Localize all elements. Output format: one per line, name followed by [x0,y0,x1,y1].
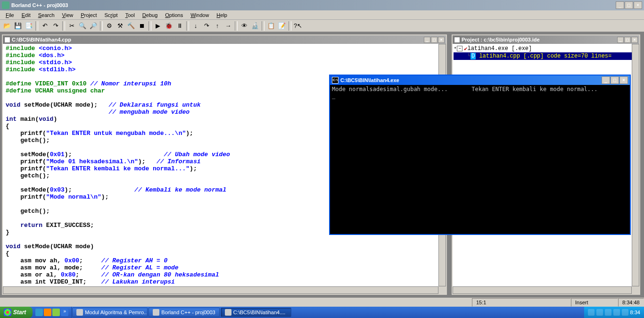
tray-icon-5[interactable] [622,309,628,316]
menu-search[interactable]: Search [34,11,58,19]
menu-view[interactable]: View [58,11,77,19]
watch-icon[interactable]: 👁 [239,21,249,31]
menu-window[interactable]: Window [187,11,213,19]
ql-chevron-icon[interactable]: » [61,309,68,316]
console-titlebar[interactable]: C:\ C:\BC5\BIN\latihan4.exe _ □ × [330,75,630,85]
message-icon[interactable]: 📝 [277,21,287,31]
saveall-icon[interactable]: 📑 [24,21,34,31]
toolbar: 📂 💾 📑 ↶ ↷ ✂ 🔍 🔎 ⚙ ⚒ 🔨 ⏹ ▶ 🐞 ⏸ ↓ ↷ ↑ → 👁 … [0,20,644,32]
ql-ie-icon[interactable] [35,309,43,316]
find-icon[interactable]: 🔍 [77,21,88,31]
collapse-icon[interactable]: – [457,46,462,51]
help-icon[interactable]: ?↖ [293,21,303,31]
menu-options[interactable]: Options [161,11,187,19]
editor-maximize-button[interactable]: □ [431,37,438,43]
ql-desktop-icon[interactable] [52,309,60,316]
project-child-label: latihan4.cpp [.cpp] code size=70 lines= [479,53,611,59]
taskbar-task[interactable]: Modul Algoritma & Pemro... [72,308,148,317]
document-icon [4,37,10,43]
findnext-icon[interactable]: 🔎 [88,21,99,31]
stepover-icon[interactable]: ↷ [201,21,212,31]
project-icon[interactable]: 📋 [266,21,276,31]
console-maximize-button[interactable]: □ [611,76,619,84]
project-child-node[interactable]: └ D latihan4.cpp [.cpp] code size=70 lin… [454,52,638,60]
app-titlebar: Borland C++ - proj0003 _ □ × [0,0,644,10]
console-close-button[interactable]: × [619,76,628,84]
app-title: Borland C++ - proj0003 [11,2,616,8]
pause-icon[interactable]: ⏸ [174,21,185,31]
project-root-node[interactable]: • –✔ latihan4.exe [.exe] [454,45,638,52]
console-cursor: _ [332,92,335,99]
tray-icon-3[interactable] [605,309,611,316]
start-button[interactable]: Start [0,307,33,318]
project-hscrollbar[interactable] [453,286,632,294]
run-icon[interactable]: ▶ [153,21,163,31]
editor-titlebar[interactable]: C:\BC5\BIN\latihan4.cpp _ □ × [3,35,446,44]
cut-icon[interactable]: ✂ [66,21,77,31]
tray-icon-1[interactable] [588,309,594,316]
menu-edit[interactable]: Edit [18,11,34,19]
start-label: Start [13,309,26,316]
menu-tool[interactable]: Tool [122,11,139,19]
scroll-corner [438,286,446,294]
scroll-corner [632,286,639,294]
stepout-icon[interactable]: ↑ [212,21,223,31]
menu-debug[interactable]: Debug [139,11,161,19]
console-window: C:\ C:\BC5\BIN\latihan4.exe _ □ × Mode n… [329,75,631,235]
cpp-file-icon: D [471,53,476,59]
console-title: C:\BC5\BIN\latihan4.exe [340,77,602,83]
status-position: 15:1 [472,298,571,307]
project-file-icon [454,37,460,43]
tray-clock[interactable]: 8:34 [630,310,640,315]
status-time: 8:34:48 [618,298,644,307]
stop-icon[interactable]: ⏹ [137,21,147,31]
task-app-icon [76,309,83,316]
editor-close-button[interactable]: × [438,37,445,43]
project-title: Project : c:\bc5\bin\proj0003.ide [462,37,617,42]
task-label: C:\BC5\BIN\latihan4.... [233,310,286,315]
windows-logo-icon [4,309,11,316]
runto-icon[interactable]: → [223,21,233,31]
close-button[interactable]: × [634,1,642,9]
quick-launch: » [33,307,72,318]
menu-project[interactable]: Project [77,11,100,19]
step-icon[interactable]: ↓ [190,21,201,31]
taskbar-task[interactable]: Borland C++ - proj0003 [149,308,219,317]
editor-minimize-button[interactable]: _ [424,37,430,43]
cmd-icon: C:\ [332,77,339,84]
menu-script[interactable]: Script [101,11,122,19]
maximize-button[interactable]: □ [625,1,633,9]
save-icon[interactable]: 💾 [13,21,23,31]
menu-help[interactable]: Help [213,11,231,19]
open-icon[interactable]: 📂 [2,21,12,31]
project-maximize-button[interactable]: □ [624,37,631,43]
taskbar: Start » Modul Algoritma & Pemro...Borlan… [0,307,644,318]
compile-icon[interactable]: ⚙ [104,21,115,31]
system-tray: 8:34 [584,307,644,318]
app-icon [2,1,9,9]
project-vscrollbar[interactable] [632,44,639,286]
menubar: File Edit Search View Project Script Too… [0,10,644,20]
menu-file[interactable]: File [2,11,18,19]
statusbar: 15:1 Insert 8:34:48 [0,297,644,307]
editor-hscrollbar[interactable] [3,286,438,294]
status-mode: Insert [571,298,618,307]
rebuild-icon[interactable]: 🔨 [126,21,136,31]
project-titlebar[interactable]: Project : c:\bc5\bin\proj0003.ide _ □ × [453,35,639,44]
tray-icon-4[interactable] [613,309,620,316]
redo-icon[interactable]: ↷ [50,21,61,31]
ql-media-icon[interactable] [44,309,51,316]
undo-icon[interactable]: ↶ [40,21,50,31]
minimize-button[interactable]: _ [616,1,624,9]
console-minimize-button[interactable]: _ [602,76,610,84]
tray-icon-2[interactable] [596,309,603,316]
debug-icon[interactable]: 🐞 [164,21,174,31]
task-app-icon [225,309,231,316]
build-icon[interactable]: ⚒ [115,21,125,31]
task-app-icon [153,309,159,316]
project-close-button[interactable]: × [631,37,638,43]
taskbar-task[interactable]: C:\BC5\BIN\latihan4.... [221,308,291,317]
console-output[interactable]: Mode normalsadesimal.gubah mode... Tekan… [330,85,630,234]
project-minimize-button[interactable]: _ [617,37,624,43]
inspect-icon[interactable]: 🔬 [250,21,260,31]
